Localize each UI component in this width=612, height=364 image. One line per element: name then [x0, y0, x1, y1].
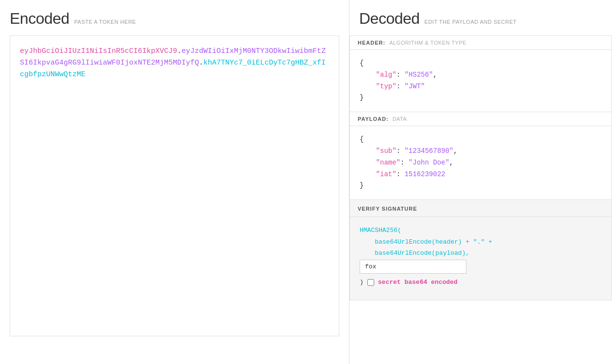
payload-section: PAYLOAD: DATA { "sub": "1234567890", "na… — [349, 112, 612, 200]
encoded-title: Encoded — [10, 10, 69, 28]
header-content[interactable]: { "alg": "HS256", "typ": "JWT" } — [350, 50, 612, 112]
base64-payload-fn: base64UrlEncode(payload), — [375, 249, 469, 257]
token-dot-1: . — [177, 47, 182, 55]
header-alg-value: "HS256" — [404, 71, 433, 79]
payload-name-key: "name" — [376, 159, 400, 166]
header-alg-key: "alg" — [376, 71, 397, 79]
plus-op-2: + — [488, 238, 492, 246]
payload-label-sub: DATA — [393, 116, 407, 122]
encoded-token-area[interactable]: eyJhbGciOiJIUzI1NiIsInR5cCI6IkpXVCJ9.eyJ… — [10, 35, 339, 336]
header-section: HEADER: ALGORITHM & TOKEN TYPE { "alg": … — [349, 35, 612, 112]
close-paren: ) — [360, 277, 364, 288]
verify-section: VERIFY SIGNATURE HMACSHA256( base64UrlEn… — [349, 200, 612, 300]
payload-json: { "sub": "1234567890", "name": "John Doe… — [360, 134, 602, 192]
dot-string: "." — [473, 238, 484, 246]
payload-iat-key: "iat" — [376, 170, 397, 178]
token-part1: eyJhbGciOiJIUzI1NiIsInR5cCI6IkpXVCJ9 — [20, 47, 177, 55]
header-typ-key: "typ" — [376, 83, 397, 90]
decoded-sections: HEADER: ALGORITHM & TOKEN TYPE { "alg": … — [349, 35, 612, 364]
header-alg-colon: : — [397, 71, 405, 79]
header-typ-colon: : — [397, 83, 405, 90]
encoded-header: Encoded PASTE A TOKEN HERE — [0, 10, 349, 35]
base64-encoded-label: secret base64 encoded — [378, 277, 458, 288]
plus-op-1: + — [465, 238, 473, 246]
payload-label-bar: PAYLOAD: DATA — [350, 112, 612, 126]
verify-label-bar: VERIFY SIGNATURE — [350, 200, 612, 217]
hmac-function: HMACSHA256( — [360, 227, 401, 234]
header-open-brace: { — [360, 59, 364, 67]
verify-content: HMACSHA256( base64UrlEncode(header) + ".… — [350, 217, 612, 300]
header-label: HEADER: — [358, 40, 385, 46]
encoded-panel: Encoded PASTE A TOKEN HERE eyJhbGciOiJIU… — [0, 0, 349, 364]
header-typ-value: "JWT" — [404, 83, 425, 90]
payload-sub-value: "1234567890" — [404, 147, 453, 155]
verify-footer: ) secret base64 encoded — [360, 275, 602, 292]
decoded-panel: Decoded EDIT THE PAYLOAD AND SECRET HEAD… — [349, 0, 612, 364]
payload-label: PAYLOAD: — [358, 116, 389, 122]
verify-label: VERIFY SIGNATURE — [358, 206, 417, 212]
base64-header-fn: base64UrlEncode(header) — [375, 238, 462, 246]
base64-encoded-checkbox[interactable] — [367, 279, 374, 286]
payload-close-brace: } — [360, 182, 364, 189]
payload-open-brace: { — [360, 135, 364, 143]
decoded-subtitle: EDIT THE PAYLOAD AND SECRET — [425, 19, 517, 25]
secret-input[interactable] — [360, 260, 466, 274]
encoded-subtitle: PASTE A TOKEN HERE — [74, 19, 136, 25]
header-close-brace: } — [360, 94, 364, 101]
payload-sub-key: "sub" — [376, 147, 397, 155]
payload-iat-value: 1516239022 — [404, 170, 445, 178]
payload-content[interactable]: { "sub": "1234567890", "name": "John Doe… — [350, 126, 612, 199]
header-label-bar: HEADER: ALGORITHM & TOKEN TYPE — [350, 36, 612, 50]
header-json: { "alg": "HS256", "typ": "JWT" } — [360, 58, 602, 104]
header-label-sub: ALGORITHM & TOKEN TYPE — [389, 40, 466, 46]
verify-formula: HMACSHA256( base64UrlEncode(header) + ".… — [360, 225, 602, 275]
token-dot-2: . — [199, 59, 203, 67]
decoded-header: Decoded EDIT THE PAYLOAD AND SECRET — [349, 0, 612, 35]
decoded-title: Decoded — [359, 10, 420, 28]
payload-name-value: "John Doe" — [409, 159, 449, 166]
